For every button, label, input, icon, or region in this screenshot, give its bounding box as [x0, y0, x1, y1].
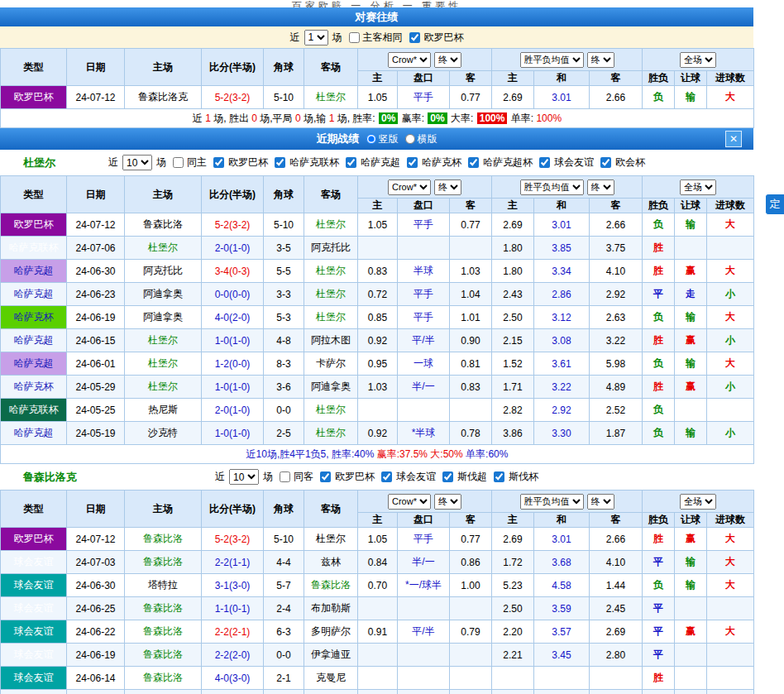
- avg-odds-select[interactable]: 胜平负均值: [520, 179, 584, 195]
- close-icon[interactable]: ✕: [725, 131, 742, 147]
- handicap-line: 一球: [398, 352, 450, 376]
- league-filter-checkbox[interactable]: [346, 157, 356, 168]
- handicap-result-label: 输: [675, 422, 707, 445]
- near-label: 近: [215, 470, 225, 484]
- handicap-line: 平手: [398, 213, 450, 237]
- league-filter-checkbox[interactable]: [320, 471, 331, 482]
- league-filter-checkbox[interactable]: [409, 32, 420, 43]
- horizontal-layout-radio[interactable]: [405, 134, 415, 144]
- league-filter-checkbox[interactable]: [275, 157, 285, 168]
- corner-count: 5-10: [264, 528, 304, 551]
- handicap-line: 平手: [398, 306, 450, 329]
- corner-count: 3-5: [264, 237, 304, 260]
- summary-part: 100%: [536, 112, 562, 124]
- final-odds-select[interactable]: 终: [434, 179, 461, 195]
- same-venue-checkbox[interactable]: [349, 32, 360, 43]
- result-label: 负: [643, 399, 675, 422]
- home-win-odds: 2.43: [492, 283, 534, 306]
- league-filter-checkbox[interactable]: [442, 471, 453, 482]
- h2h-table: 类型日期主场比分(半场)角球客场Crow*终胜平负均值终全场主盘口客主和客胜负让…: [0, 48, 754, 128]
- handicap-home-water: 0.72: [358, 283, 398, 306]
- handicap-home-water: 0.70: [358, 574, 398, 597]
- match-date: 24-07-06: [67, 237, 125, 260]
- score: 4-0(3-0): [202, 667, 264, 690]
- odds-company-select[interactable]: Crow*: [388, 179, 431, 195]
- handicap-home-water: 0.84: [358, 551, 398, 574]
- goals-result-label: [707, 690, 754, 694]
- layout-option-vertical[interactable]: 竖版: [366, 132, 399, 146]
- avg-odds-select[interactable]: 胜平负均值: [520, 494, 584, 510]
- score: 5-2(3-2): [202, 213, 264, 237]
- league-filter-checkbox[interactable]: [600, 157, 611, 168]
- column-header: 角球: [264, 176, 304, 213]
- match-count-select[interactable]: 10: [122, 155, 152, 170]
- league-filter-label: 欧罗巴杯: [228, 156, 268, 170]
- vertical-layout-radio[interactable]: [366, 134, 376, 144]
- handicap-line: 半/一: [398, 551, 450, 574]
- home-team: 阿迪拿奥: [125, 306, 202, 329]
- match-row: 哈萨克联杯24-05-25热尼斯2-0(1-0)0-0杜堡尔2.822.922.…: [1, 399, 754, 422]
- final-odds-select[interactable]: 终: [434, 494, 461, 510]
- column-header: 角球: [264, 49, 304, 86]
- home-team: 鲁森比洛: [125, 644, 202, 667]
- goals-result-label: 大: [707, 86, 754, 109]
- column-header: 客场: [304, 491, 358, 528]
- away-team: 克曼尼: [304, 667, 358, 690]
- league-name: 哈萨克杯: [1, 306, 67, 329]
- match-date: 24-06-19: [67, 306, 125, 329]
- customize-side-tab[interactable]: 定: [765, 194, 784, 215]
- odds-company-select[interactable]: Crow*: [388, 494, 431, 510]
- summary-part: 100%: [477, 112, 508, 124]
- league-filter-checkbox[interactable]: [407, 157, 418, 168]
- final-odds-select-2[interactable]: 终: [587, 179, 614, 195]
- final-odds-select[interactable]: 终: [434, 52, 461, 68]
- handicap-away-water: 0.79: [450, 620, 492, 644]
- sub-column-header: 客: [590, 71, 643, 86]
- handicap-line: [398, 667, 450, 690]
- away-win-odds: 1.44: [590, 574, 643, 597]
- result-label: 胜: [643, 237, 675, 260]
- handicap-home-water: [358, 644, 398, 667]
- goals-result-label: [707, 399, 754, 422]
- same-venue-checkbox[interactable]: [280, 471, 290, 482]
- home-team: 布拉迪斯: [125, 690, 202, 694]
- match-row: 哈萨克超24-06-30阿克托比3-4(0-3)5-5杜堡尔0.83半球1.03…: [1, 260, 754, 283]
- league-filter-checkbox[interactable]: [468, 157, 479, 168]
- same-venue-checkbox[interactable]: [173, 157, 184, 168]
- league-filter-checkbox[interactable]: [539, 157, 550, 168]
- match-count-select[interactable]: 10: [229, 469, 259, 485]
- handicap-away-water: [450, 597, 492, 620]
- league-filter-label: 哈萨克联杯: [289, 156, 339, 170]
- avg-odds-group-header: 胜平负均值终: [492, 491, 643, 513]
- goals-result-label: 小: [707, 422, 754, 445]
- league-name: 欧罗巴杯: [1, 86, 67, 109]
- result-label: 负: [643, 213, 675, 237]
- odds-company-select[interactable]: Crow*: [388, 52, 431, 68]
- sub-column-header: 客: [590, 513, 643, 528]
- goals-result-label: 大: [707, 260, 754, 283]
- home-win-odds: 2.50: [492, 597, 534, 620]
- handicap-result-label: [675, 237, 707, 260]
- final-odds-select-2[interactable]: 终: [587, 52, 614, 68]
- column-header: 类型: [1, 49, 67, 86]
- handicap-away-water: 1.01: [450, 306, 492, 329]
- away-win-odds: 5.98: [590, 352, 643, 376]
- home-team: 杜堡尔: [125, 329, 202, 352]
- goals-result-label: 大: [707, 574, 754, 597]
- scope-group-header: 全场: [643, 176, 754, 199]
- final-odds-select-2[interactable]: 终: [587, 494, 614, 510]
- league-filter-checkbox[interactable]: [381, 471, 392, 482]
- corner-count: 4-8: [264, 329, 304, 352]
- layout-option-horizontal[interactable]: 横版: [405, 132, 437, 146]
- match-scope-select[interactable]: 全场: [680, 52, 716, 68]
- match-scope-select[interactable]: 全场: [680, 494, 716, 510]
- league-filter-checkbox[interactable]: [213, 157, 224, 168]
- avg-odds-select[interactable]: 胜平负均值: [520, 52, 584, 68]
- result-label: 胜: [643, 376, 675, 399]
- match-date: 24-05-18: [67, 690, 125, 694]
- match-count-select[interactable]: 1: [304, 30, 328, 45]
- handicap-home-water: 1.05: [358, 213, 398, 237]
- match-scope-select[interactable]: 全场: [680, 179, 716, 195]
- league-filter-checkbox[interactable]: [494, 471, 504, 482]
- recent-results-title: 近期战绩: [317, 132, 360, 146]
